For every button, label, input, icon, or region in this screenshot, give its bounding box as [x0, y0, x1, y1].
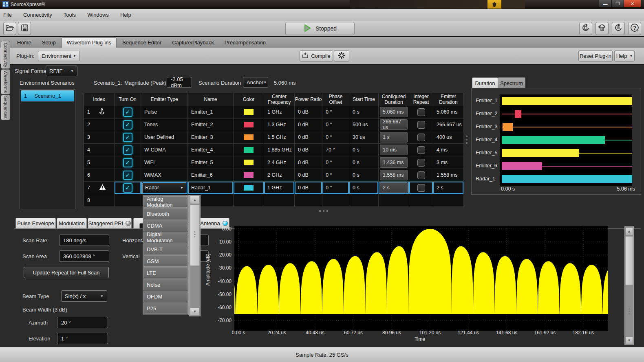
- tab-spectrum[interactable]: Spectrum: [498, 77, 525, 89]
- cell-color[interactable]: [234, 182, 264, 194]
- cell-name[interactable]: Emitter_2: [188, 118, 234, 131]
- cell-integer-repeat[interactable]: [409, 169, 433, 182]
- cell-integer-repeat[interactable]: [409, 106, 433, 118]
- cell-color[interactable]: [234, 118, 264, 131]
- cell-emitter-duration[interactable]: 3 ms: [433, 156, 464, 169]
- cell-emitter-type[interactable]: WiMAX: [141, 169, 188, 182]
- integer-repeat-checkbox[interactable]: [417, 121, 425, 129]
- side-tab-waveforms[interactable]: Waveforms: [1, 69, 10, 94]
- plot-scrollbar[interactable]: ▲ ▼: [624, 226, 634, 345]
- cell-phase-offset[interactable]: 0 °: [322, 131, 349, 144]
- integer-repeat-checkbox[interactable]: [417, 184, 425, 192]
- cell-center-frequency[interactable]: 1.885 GHz: [264, 144, 295, 156]
- cell-start-time[interactable]: 30 us: [349, 131, 379, 144]
- cell-integer-repeat[interactable]: [409, 144, 433, 156]
- side-tab-connectivity[interactable]: Connectivity: [1, 41, 10, 69]
- turn-on-checkbox[interactable]: ✓: [123, 158, 132, 167]
- cell-emitter-duration[interactable]: 266.667 us: [433, 118, 464, 131]
- color-swatch[interactable]: [244, 134, 254, 140]
- scenario-list[interactable]: 1 Scenario_1: [20, 89, 75, 209]
- dropdown-option[interactable]: DVB-T: [143, 244, 188, 255]
- turn-on-checkbox[interactable]: ✓: [123, 171, 132, 180]
- cell-turn-on[interactable]: ✓: [115, 156, 141, 169]
- cell-power-ratio[interactable]: 0 dB: [295, 156, 322, 169]
- compile-settings-button[interactable]: [334, 50, 349, 61]
- cell-configured-duration[interactable]: 1.436 ms: [379, 156, 409, 169]
- dropdown-option[interactable]: OFDM: [143, 291, 188, 302]
- magnitude-input[interactable]: -2.05 dBm: [167, 77, 192, 88]
- run-state-button[interactable]: Stopped: [285, 22, 355, 35]
- cell-power-ratio[interactable]: 0 dB: [295, 182, 322, 194]
- cell-power-ratio[interactable]: 0 dB: [295, 118, 322, 131]
- cell-start-time[interactable]: 0 s: [349, 182, 379, 194]
- cell-phase-offset[interactable]: 0 °: [322, 182, 349, 194]
- update-repeat-button[interactable]: Update Repeat for Full Scan: [24, 267, 109, 278]
- cell-emitter-duration[interactable]: [433, 194, 464, 207]
- dropdown-scrollbar[interactable]: ▲ ▼: [189, 195, 201, 316]
- duration-mode-select[interactable]: Anchor▼: [243, 77, 268, 88]
- refresh-button[interactable]: [612, 22, 625, 35]
- tab-home[interactable]: Home: [12, 38, 36, 48]
- configured-duration-box[interactable]: 10 ms: [380, 145, 408, 155]
- tab-precompensation[interactable]: Precompensation: [220, 38, 271, 48]
- close-button[interactable]: ✕: [624, 0, 641, 8]
- maximize-button[interactable]: ❐: [611, 0, 624, 8]
- scrollbar-thumb[interactable]: [625, 236, 633, 285]
- dropdown-option[interactable]: CDMA: [143, 220, 188, 231]
- cell-turn-on[interactable]: [115, 194, 141, 207]
- cell-start-time[interactable]: 0 s: [349, 156, 379, 169]
- cell-configured-duration[interactable]: 266.667 us: [379, 118, 409, 131]
- scroll-up-icon[interactable]: ▲: [625, 227, 633, 235]
- cell-start-time[interactable]: 0 s: [349, 106, 379, 118]
- cell-turn-on[interactable]: ✓: [115, 182, 141, 194]
- color-swatch[interactable]: [244, 160, 254, 165]
- cell-phase-offset[interactable]: 0 °: [322, 156, 349, 169]
- cell-configured-duration[interactable]: 10 ms: [379, 144, 409, 156]
- cell-color[interactable]: [234, 194, 264, 207]
- color-swatch[interactable]: [244, 122, 254, 127]
- open-file-button[interactable]: [3, 22, 16, 35]
- cell-power-ratio[interactable]: 0 dB: [295, 169, 322, 182]
- configured-duration-box[interactable]: 266.667 us: [380, 119, 408, 130]
- horizontal-splitter-handle[interactable]: [319, 210, 328, 212]
- color-swatch[interactable]: [244, 185, 254, 191]
- cell-name[interactable]: Emitter_3: [188, 131, 234, 144]
- scroll-up-icon[interactable]: ▲: [190, 196, 200, 204]
- help-button[interactable]: ?: [628, 22, 641, 35]
- cell-color[interactable]: [234, 156, 264, 169]
- restore-settings-button[interactable]: [595, 22, 609, 35]
- cell-color[interactable]: [234, 169, 264, 182]
- cell-name[interactable]: Emiiter_6: [188, 169, 234, 182]
- cell-center-frequency[interactable]: [264, 194, 295, 207]
- cell-center-frequency[interactable]: 1 GHz: [264, 182, 295, 194]
- integer-repeat-checkbox[interactable]: [417, 108, 425, 116]
- cell-color[interactable]: [234, 106, 264, 118]
- reset-plugin-button[interactable]: Reset Plug-in: [578, 50, 613, 61]
- cell-phase-offset[interactable]: [322, 194, 349, 207]
- tab-capture-playback[interactable]: Capture/Playback: [167, 38, 219, 48]
- cell-start-time[interactable]: 500 us: [349, 118, 379, 131]
- cell-phase-offset[interactable]: 0 °: [322, 106, 349, 118]
- cell-phase-offset[interactable]: 70 °: [322, 144, 349, 156]
- cell-integer-repeat[interactable]: [409, 156, 433, 169]
- cell-name[interactable]: Emitter_5: [188, 156, 234, 169]
- cell-turn-on[interactable]: ✓: [115, 106, 141, 118]
- signal-format-select[interactable]: RF/IF▼: [46, 66, 77, 76]
- cell-start-time[interactable]: [349, 194, 379, 207]
- tab-waveform-plug-ins[interactable]: Waveform Plug-ins: [62, 37, 117, 48]
- dropdown-option[interactable]: Bluetooth: [143, 208, 188, 219]
- cell-integer-repeat[interactable]: [409, 194, 433, 207]
- dropdown-option[interactable]: Digital Modulation: [143, 232, 188, 243]
- cell-color[interactable]: [234, 144, 264, 156]
- save-button[interactable]: [18, 22, 31, 35]
- cell-emitter-duration[interactable]: 4 ms: [433, 144, 464, 156]
- cell-phase-offset[interactable]: 0 °: [322, 169, 349, 182]
- cell-emitter-type[interactable]: Tones: [141, 118, 188, 131]
- turn-on-checkbox[interactable]: ✓: [123, 108, 132, 117]
- color-swatch[interactable]: [244, 147, 254, 153]
- tab-sequence-editor[interactable]: Sequence Editor: [117, 38, 166, 48]
- color-swatch[interactable]: [244, 172, 254, 178]
- cell-emitter-type[interactable]: WiFi: [141, 156, 188, 169]
- cell-center-frequency[interactable]: 1.3 GHz: [264, 118, 295, 131]
- cell-emitter-type[interactable]: Pulse: [141, 106, 188, 118]
